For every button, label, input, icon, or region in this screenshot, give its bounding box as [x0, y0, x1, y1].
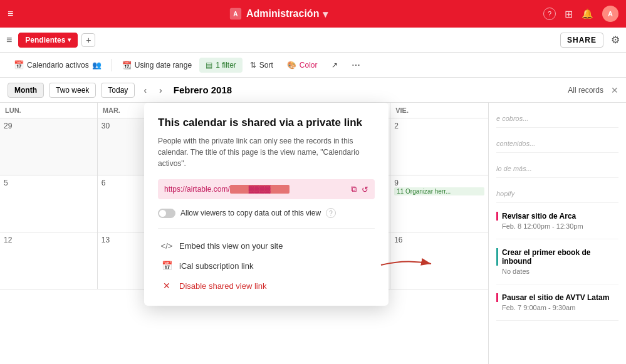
tab-pendientes[interactable]: Pendientes ▾: [18, 33, 78, 48]
settings-icon[interactable]: ⚙: [611, 34, 620, 46]
shopify-label: hopify: [496, 190, 514, 197]
hamburger-icon[interactable]: ≡: [8, 8, 13, 19]
calendar-label: Calendario activos: [27, 61, 89, 70]
popup-title: This calendar is shared via a private li…: [158, 117, 375, 129]
open-link-icon[interactable]: ⧉: [351, 184, 357, 194]
tab-chevron: ▾: [68, 36, 71, 43]
copy-data-toggle[interactable]: [158, 209, 175, 218]
title-chevron[interactable]: ▾: [323, 8, 328, 20]
color-label: Color: [300, 61, 318, 70]
filter-button[interactable]: ▤ 1 filter: [199, 58, 243, 73]
shared-link-text: https://airtable.com/▓▓▓▓: [164, 185, 346, 194]
month-view-button[interactable]: Month: [8, 83, 44, 98]
toggle-row: Allow viewers to copy data out of this v…: [158, 208, 375, 218]
sort-label: Sort: [259, 61, 273, 70]
record-title: Pausar el sitio de AVTV Latam: [496, 293, 618, 302]
disable-label: Disable shared view link: [179, 281, 266, 291]
color-icon: 🎨: [287, 61, 296, 70]
event-organizar[interactable]: 11 Organizar herr...: [394, 187, 484, 195]
app-title: Administración: [246, 8, 319, 19]
close-panel-icon[interactable]: ✕: [611, 85, 618, 95]
people-icon: 👥: [92, 61, 102, 70]
cal-cell-9[interactable]: 9 11 Organizar herr...: [390, 175, 488, 232]
cal-cell-29[interactable]: 29: [0, 118, 98, 175]
record-title: Crear el primer ebook de inbound: [496, 248, 618, 266]
share-link-icon: ↗: [331, 61, 338, 70]
help-icon[interactable]: ?: [543, 8, 556, 20]
airtable-logo: A: [229, 7, 243, 21]
ical-subscription-button[interactable]: 📅 iCal subscription link: [158, 256, 375, 276]
share-button[interactable]: SHARE: [560, 33, 603, 48]
avatar[interactable]: A: [602, 6, 618, 22]
sort-icon: ⇅: [250, 61, 256, 70]
filter-icon: ▤: [206, 61, 212, 70]
menu-icon[interactable]: ≡: [6, 34, 12, 46]
embed-icon: </>: [160, 241, 173, 251]
filter-label: 1 filter: [216, 61, 236, 70]
toggle-help-icon[interactable]: ?: [326, 208, 336, 218]
tab-label: Pendientes: [25, 36, 65, 44]
ical-icon: 📅: [160, 261, 173, 271]
svg-text:A: A: [233, 11, 238, 18]
lo-mas-label: lo de más...: [496, 165, 532, 172]
record-revisar-arca[interactable]: Revisar sitio de Arca Feb. 8 12:00pm - 1…: [496, 212, 618, 239]
record-ebook[interactable]: Crear el primer ebook de inbound No date…: [496, 248, 618, 284]
day-header-mon: Lun.: [0, 103, 98, 118]
date-range-icon: 📆: [122, 61, 132, 70]
cal-cell-12[interactable]: 12: [0, 232, 98, 289]
date-range-button[interactable]: 📆 Using date range: [116, 58, 198, 73]
record-pausar-avtv[interactable]: Pausar el sitio de AVTV Latam Feb. 7 9:0…: [496, 293, 618, 321]
add-tab-button[interactable]: +: [81, 33, 95, 47]
two-week-view-button[interactable]: Two week: [49, 83, 96, 98]
record-date: No dates: [502, 268, 618, 275]
notifications-bell-icon[interactable]: 🔔: [582, 8, 593, 19]
apps-grid-icon[interactable]: ⊞: [565, 8, 573, 20]
share-popup: This calendar is shared via a private li…: [144, 103, 389, 306]
shared-link-row: https://airtable.com/▓▓▓▓ ⧉ ↺: [158, 179, 375, 199]
top-navigation: ≡ A Administración ▾ ? ⊞ 🔔 A: [0, 0, 626, 28]
record-date: Feb. 7 9:00am - 9:30am: [502, 304, 618, 311]
prev-month-button[interactable]: ‹: [140, 84, 150, 96]
calendar-header: Month Two week Today ‹ › Febrero 2018 Al…: [0, 78, 626, 103]
record-title: Revisar sitio de Arca: [496, 212, 618, 221]
ical-label: iCal subscription link: [179, 261, 254, 271]
arrow-annotation: [375, 252, 437, 278]
plus-icon: +: [86, 35, 91, 45]
view-toolbar: 📅 Calendario activos 👥 📆 Using date rang…: [0, 53, 626, 78]
toggle-label: Allow viewers to copy data out of this v…: [180, 209, 321, 217]
disable-link-button[interactable]: ✕ Disable shared view link: [158, 276, 375, 296]
color-button[interactable]: 🎨 Color: [281, 58, 324, 73]
embed-view-button[interactable]: </> Embed this view on your site: [158, 236, 375, 256]
embed-label: Embed this view on your site: [179, 241, 283, 251]
date-range-label: Using date range: [135, 61, 192, 70]
refresh-link-icon[interactable]: ↺: [362, 185, 368, 194]
cobros-label: e cobros...: [496, 115, 528, 122]
popup-description: People with the private link can only se…: [158, 135, 375, 169]
share-view-button[interactable]: ↗: [325, 58, 344, 73]
calendar-name[interactable]: 📅 Calendario activos 👥: [8, 57, 108, 73]
record-date: Feb. 8 12:00pm - 12:30pm: [502, 222, 618, 230]
ellipsis-icon: ⋯: [352, 60, 361, 70]
today-button[interactable]: Today: [101, 83, 135, 98]
all-records-button[interactable]: All records: [568, 86, 603, 95]
calendar-icon: 📅: [14, 60, 24, 70]
next-month-button[interactable]: ›: [155, 84, 166, 96]
more-options-button[interactable]: ⋯: [345, 57, 367, 73]
workspace-bar: ≡ Pendientes ▾ + SHARE ⚙: [0, 28, 626, 53]
cal-cell-2[interactable]: 2: [390, 118, 488, 175]
calendar-title: Febrero 2018: [174, 85, 232, 95]
day-header-fri: Vie.: [390, 103, 488, 118]
calendar-body: Lun. Mar. Mié. Jue. Vie. 29 30 31 1 2 5 …: [0, 103, 626, 364]
sort-button[interactable]: ⇅ Sort: [244, 58, 279, 73]
disable-icon: ✕: [160, 281, 173, 291]
divider: [158, 228, 375, 229]
cal-cell-5[interactable]: 5: [0, 175, 98, 232]
contenidos-label: contenidos...: [496, 140, 535, 147]
right-panel: e cobros... contenidos... lo de más... h…: [488, 103, 626, 364]
